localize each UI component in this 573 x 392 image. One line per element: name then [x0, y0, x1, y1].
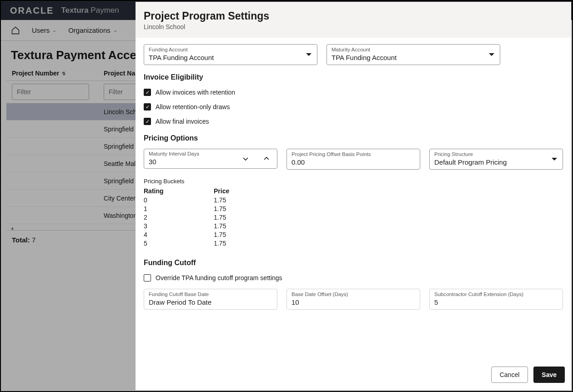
offset-basis-points-field[interactable]: Project Pricing Offset Basis Points 0.00	[286, 149, 420, 170]
cb-allow-final[interactable]: ✓ Allow final invoices	[144, 118, 563, 125]
checkbox-icon	[144, 274, 151, 281]
checkbox-icon: ✓	[144, 103, 151, 111]
pb-row: 31.75	[144, 222, 563, 230]
drawer-footer: Cancel Save	[136, 364, 571, 390]
pb-row: 21.75	[144, 214, 563, 221]
pricing-buckets-table: Rating Price 01.75 11.75 21.75 31.75 41.…	[144, 187, 563, 247]
cb-allow-retention[interactable]: ✓ Allow invoices with retention	[144, 89, 563, 96]
maturity-account-select[interactable]: Maturity Account TPA Funding Account	[327, 44, 500, 65]
drawer-header: Project Program Settings Lincoln School	[136, 2, 571, 38]
pricing-structure-select[interactable]: Pricing Structure Default Program Pricin…	[429, 149, 563, 170]
settings-drawer: Project Program Settings Lincoln School …	[136, 2, 571, 390]
pb-row: 51.75	[144, 240, 563, 247]
funding-cutoff-base-date: Funding Cutoff Base Date Draw Period To …	[144, 289, 277, 310]
cb-override-cutoff[interactable]: Override TPA funding cutoff program sett…	[144, 274, 563, 281]
cancel-button[interactable]: Cancel	[491, 367, 528, 383]
save-button[interactable]: Save	[533, 367, 565, 383]
drawer-title: Project Program Settings	[144, 10, 563, 22]
stepper-increment[interactable]	[256, 149, 277, 168]
pb-row: 11.75	[144, 205, 563, 212]
cb-allow-retention-only[interactable]: ✓ Allow retention-only draws	[144, 103, 563, 111]
caret-down-icon	[552, 158, 557, 161]
pricing-options-heading: Pricing Options	[144, 134, 563, 142]
subcontractor-cutoff-extension: Subcontractor Cutoff Extension (Days) 5	[429, 289, 563, 310]
maturity-interval-stepper[interactable]: Maturity Interval Days 30	[144, 149, 277, 169]
base-date-offset: Base Date Offset (Days) 10	[286, 289, 420, 310]
checkbox-icon: ✓	[144, 89, 151, 96]
pb-row: 41.75	[144, 231, 563, 238]
stepper-decrement[interactable]	[235, 149, 256, 168]
invoice-eligibility-heading: Invoice Eligibility	[144, 73, 563, 81]
pb-row: 01.75	[144, 196, 563, 204]
caret-down-icon	[489, 53, 494, 56]
drawer-body: Funding Account TPA Funding Account Matu…	[136, 38, 571, 364]
checkbox-icon: ✓	[144, 118, 151, 125]
funding-cutoff-heading: Funding Cutoff	[144, 259, 563, 267]
pricing-buckets-heading: Pricing Buckets	[144, 178, 563, 185]
caret-down-icon	[306, 53, 312, 56]
drawer-subtitle: Lincoln School	[144, 23, 563, 30]
funding-account-select[interactable]: Funding Account TPA Funding Account	[144, 44, 317, 65]
